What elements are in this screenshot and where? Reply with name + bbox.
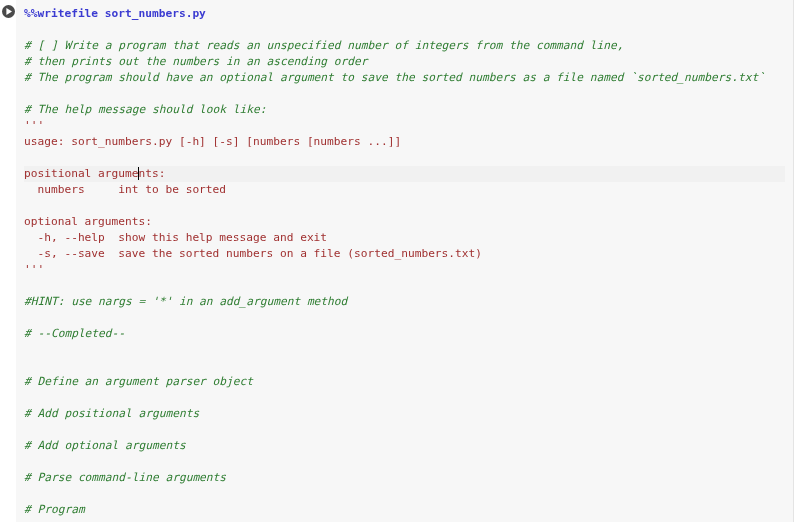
code-content: %%writefile sort_numbers.py # [ ] Write …	[24, 6, 785, 518]
magic-command: %%writefile sort_numbers.py	[24, 7, 206, 20]
comment-line: # Define an argument parser object	[24, 375, 253, 388]
run-cell-button[interactable]	[2, 5, 15, 18]
docstring-line: usage: sort_numbers.py [-h] [-s] [number…	[24, 135, 401, 148]
docstring-line: -h, --help show this help message and ex…	[24, 231, 327, 244]
docstring-line: nts:	[139, 167, 166, 180]
docstring-line: optional arguments:	[24, 215, 152, 228]
comment-line: # then prints out the numbers in an asce…	[24, 55, 368, 68]
cell-gutter	[0, 0, 16, 522]
text-cursor-position: e	[132, 166, 139, 182]
play-icon	[5, 8, 12, 15]
comment-line: # Program	[24, 503, 85, 516]
comment-line: # Add optional arguments	[24, 439, 186, 452]
code-cell: %%writefile sort_numbers.py # [ ] Write …	[0, 0, 800, 522]
comment-line: # --Completed--	[24, 327, 125, 340]
string-delim: '''	[24, 119, 44, 132]
docstring-line: -s, --save save the sorted numbers on a …	[24, 247, 482, 260]
code-editor[interactable]: %%writefile sort_numbers.py # [ ] Write …	[16, 0, 794, 522]
docstring-line: numbers int to be sorted	[24, 183, 226, 196]
comment-line: # The help message should look like:	[24, 103, 266, 116]
string-delim: '''	[24, 263, 44, 276]
comment-line: # [ ] Write a program that reads an unsp…	[24, 39, 623, 52]
comment-line: # Add positional arguments	[24, 407, 199, 420]
docstring-line: positional argum	[24, 167, 132, 180]
comment-line: # The program should have an optional ar…	[24, 71, 765, 84]
comment-line: #HINT: use nargs = '*' in an add_argumen…	[24, 295, 347, 308]
comment-line: # Parse command-line arguments	[24, 471, 226, 484]
